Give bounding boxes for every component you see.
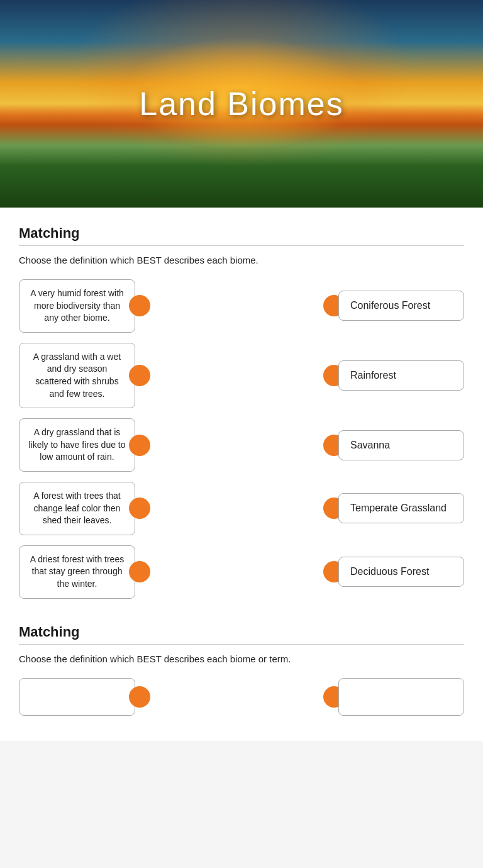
definition-box-1: A very humid forest with more biodiversi… [19, 279, 135, 333]
match-row-5: A driest forest with trees that stay gre… [19, 545, 464, 599]
connector-dot-left-2[interactable] [129, 365, 150, 386]
match-row-2: A grassland with a wet and dry season sc… [19, 343, 464, 408]
definition-box-2: A grassland with a wet and dry season sc… [19, 343, 135, 408]
connector-dot-left-3[interactable] [129, 435, 150, 456]
definition-box-s2-1 [19, 678, 135, 716]
match-row-1: A very humid forest with more biodiversi… [19, 279, 464, 333]
match-row-s2-1 [19, 678, 464, 716]
biome-name-box-5[interactable]: Deciduous Forest [338, 557, 464, 587]
matching-grid-2 [19, 678, 464, 716]
match-row-4: A forest with trees that change leaf col… [19, 482, 464, 535]
section2-heading: Matching [19, 624, 464, 640]
connector-dot-left-s2-1[interactable] [129, 686, 150, 708]
connector-dot-left-4[interactable] [129, 498, 150, 519]
section1-heading: Matching [19, 225, 464, 242]
section2-divider [19, 644, 464, 645]
connector-dot-left-5[interactable] [129, 561, 150, 582]
matching-grid-1: A very humid forest with more biodiversi… [19, 279, 464, 599]
definition-box-4: A forest with trees that change leaf col… [19, 482, 135, 535]
biome-name-box-3[interactable]: Savanna [338, 430, 464, 460]
hero-banner: Land Biomes [0, 0, 483, 208]
section1-instruction: Choose the definition which BEST describ… [19, 255, 464, 265]
section1-divider [19, 245, 464, 246]
biome-name-box-1[interactable]: Coniferous Forest [338, 291, 464, 321]
definition-box-3: A dry grassland that is likely to have f… [19, 418, 135, 472]
biome-name-box-s2-1[interactable] [338, 678, 464, 716]
section2-instruction: Choose the definition which BEST describ… [19, 654, 464, 664]
matching-section-1: Matching Choose the definition which BES… [19, 225, 464, 599]
connector-dot-left-1[interactable] [129, 295, 150, 316]
biome-name-box-2[interactable]: Rainforest [338, 360, 464, 391]
page-title: Land Biomes [139, 85, 344, 123]
matching-section-2: Matching Choose the definition which BES… [19, 624, 464, 716]
match-row-3: A dry grassland that is likely to have f… [19, 418, 464, 472]
main-content: Matching Choose the definition which BES… [0, 208, 483, 741]
definition-box-5: A driest forest with trees that stay gre… [19, 545, 135, 599]
biome-name-box-4[interactable]: Temperate Grassland [338, 493, 464, 523]
